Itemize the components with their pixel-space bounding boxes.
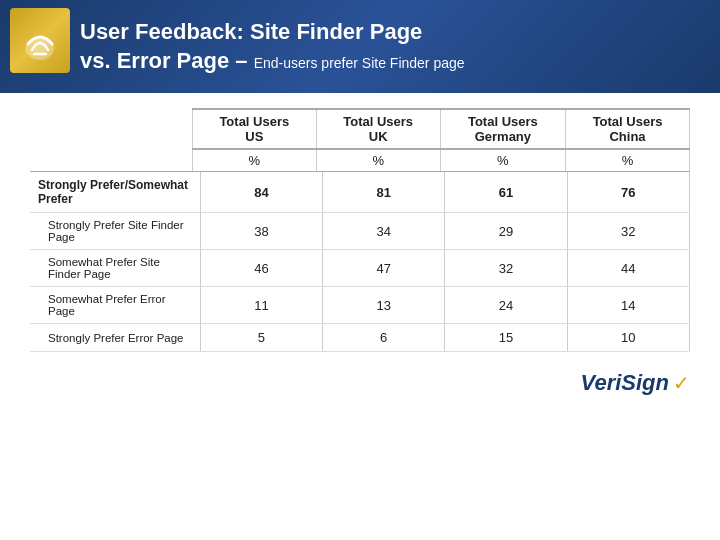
- cell-china: 10: [567, 324, 689, 352]
- header-empty-2: [30, 129, 192, 149]
- cell-germany: 24: [445, 287, 567, 324]
- pct-china: %: [566, 149, 690, 172]
- page-footer: VeriSign ✓: [0, 362, 720, 396]
- cell-china: 14: [567, 287, 689, 324]
- cell-china: 44: [567, 250, 689, 287]
- pct-empty: [30, 149, 192, 172]
- cell-germany: 32: [445, 250, 567, 287]
- header-china-row2: China: [566, 129, 690, 149]
- header-germany-row2: Germany: [440, 129, 565, 149]
- cell-us: 38: [200, 213, 322, 250]
- verisign-logo: VeriSign ✓: [581, 370, 690, 396]
- subtitle-text: End-users prefer Site Finder page: [254, 55, 465, 71]
- table-row: Strongly Prefer Site Finder Page38342932: [30, 213, 690, 250]
- cell-china: 32: [567, 213, 689, 250]
- column-header-row-1: Total Users Total Users Total Users Tota…: [30, 109, 690, 129]
- title-sub: vs. Error Page – End-users prefer Site F…: [80, 48, 465, 73]
- svg-point-0: [32, 38, 48, 54]
- cell-uk: 47: [323, 250, 445, 287]
- table-row: Somewhat Prefer Site Finder Page46473244: [30, 250, 690, 287]
- cell-us: 84: [200, 172, 322, 213]
- table-row: Strongly Prefer Error Page561510: [30, 324, 690, 352]
- data-rows-table: Strongly Prefer/Somewhat Prefer84816176S…: [30, 172, 690, 352]
- cell-germany: 15: [445, 324, 567, 352]
- logo-badge: [10, 8, 70, 73]
- row-label: Strongly Prefer/Somewhat Prefer: [30, 172, 200, 213]
- cell-uk: 34: [323, 213, 445, 250]
- header-uk-row1: Total Users: [316, 109, 440, 129]
- verisign-brand-text: VeriSign: [581, 370, 669, 396]
- header-us-row2: US: [192, 129, 316, 149]
- row-label: Strongly Prefer Error Page: [30, 324, 200, 352]
- page-title: User Feedback: Site Finder Page vs. Erro…: [80, 18, 465, 75]
- header-empty-1: [30, 109, 192, 129]
- data-table: Total Users Total Users Total Users Tota…: [30, 108, 690, 172]
- main-content: Total Users Total Users Total Users Tota…: [0, 93, 720, 362]
- pct-us: %: [192, 149, 316, 172]
- title-main: User Feedback: Site Finder Page: [80, 19, 422, 44]
- handshake-icon: [18, 16, 62, 66]
- row-label: Somewhat Prefer Site Finder Page: [30, 250, 200, 287]
- column-pct-row: % % % %: [30, 149, 690, 172]
- cell-us: 5: [200, 324, 322, 352]
- header-us-row1: Total Users: [192, 109, 316, 129]
- row-label: Strongly Prefer Site Finder Page: [30, 213, 200, 250]
- cell-us: 11: [200, 287, 322, 324]
- cell-china: 76: [567, 172, 689, 213]
- cell-uk: 6: [323, 324, 445, 352]
- header-germany-row1: Total Users: [440, 109, 565, 129]
- table-row: Somewhat Prefer Error Page11132414: [30, 287, 690, 324]
- pct-uk: %: [316, 149, 440, 172]
- cell-uk: 13: [323, 287, 445, 324]
- subtitle-prefix: vs. Error Page –: [80, 48, 254, 73]
- cell-germany: 29: [445, 213, 567, 250]
- header-text: User Feedback: Site Finder Page vs. Erro…: [80, 18, 465, 75]
- column-header-row-2: US UK Germany China: [30, 129, 690, 149]
- header-china-row1: Total Users: [566, 109, 690, 129]
- cell-us: 46: [200, 250, 322, 287]
- header-uk-row2: UK: [316, 129, 440, 149]
- cell-germany: 61: [445, 172, 567, 213]
- row-label: Somewhat Prefer Error Page: [30, 287, 200, 324]
- verisign-checkmark: ✓: [673, 371, 690, 395]
- pct-germany: %: [440, 149, 565, 172]
- cell-uk: 81: [323, 172, 445, 213]
- table-row: Strongly Prefer/Somewhat Prefer84816176: [30, 172, 690, 213]
- page-header: User Feedback: Site Finder Page vs. Erro…: [0, 0, 720, 93]
